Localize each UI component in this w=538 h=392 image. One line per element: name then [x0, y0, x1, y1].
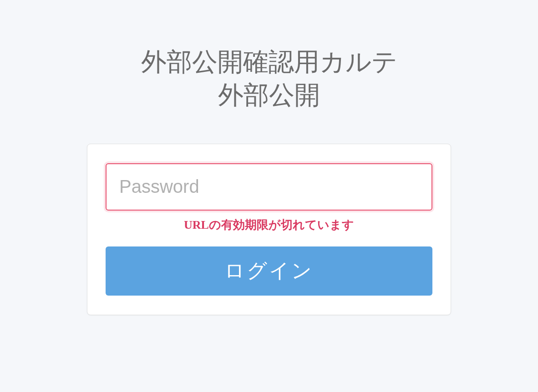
page-title-line2: 外部公開	[141, 79, 397, 112]
login-card: URLの有効期限が切れています ログイン	[87, 144, 451, 315]
password-input[interactable]	[106, 163, 432, 211]
page-title-line1: 外部公開確認用カルテ	[141, 45, 397, 79]
login-button[interactable]: ログイン	[106, 246, 432, 296]
password-field-wrapper	[106, 163, 432, 211]
error-message: URLの有効期限が切れています	[106, 217, 432, 233]
page-title-container: 外部公開確認用カルテ 外部公開	[141, 45, 397, 112]
